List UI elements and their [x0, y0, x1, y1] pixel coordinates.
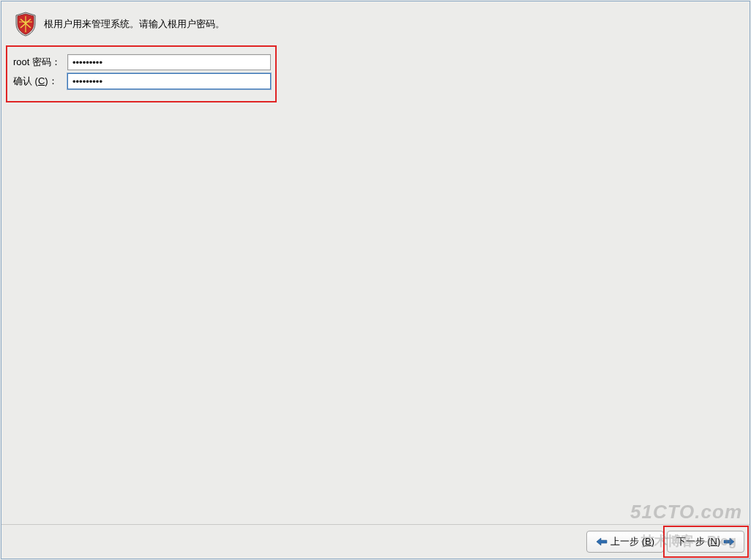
confirm-label-key: C — [38, 75, 45, 86]
arrow-left-icon — [596, 537, 608, 546]
confirm-label-post: )： — [45, 75, 57, 86]
back-label-pre: 上一步 ( — [610, 536, 645, 547]
confirm-password-label: 确认 (C)： — [12, 75, 67, 88]
root-password-input[interactable] — [67, 54, 271, 70]
watermark-line2: 技术博客—Blog — [641, 532, 736, 550]
root-password-row: root 密码： — [12, 54, 271, 70]
shield-icon — [15, 12, 37, 37]
header: 根用户用来管理系统。请输入根用户密码。 — [1, 1, 750, 44]
confirm-password-row: 确认 (C)： — [12, 73, 271, 89]
confirm-password-input[interactable] — [67, 73, 271, 89]
installer-window: 根用户用来管理系统。请输入根用户密码。 root 密码： 确认 (C)： 上一步… — [1, 1, 750, 559]
root-password-label: root 密码： — [12, 56, 67, 69]
watermark-line1: 51CTO.com — [630, 501, 742, 523]
confirm-label-pre: 确认 ( — [13, 75, 38, 86]
footer: 上一步 (B) 下一步 (N) — [1, 524, 750, 559]
instruction-text: 根用户用来管理系统。请输入根用户密码。 — [44, 18, 225, 31]
password-form: root 密码： 确认 (C)： — [6, 45, 277, 102]
